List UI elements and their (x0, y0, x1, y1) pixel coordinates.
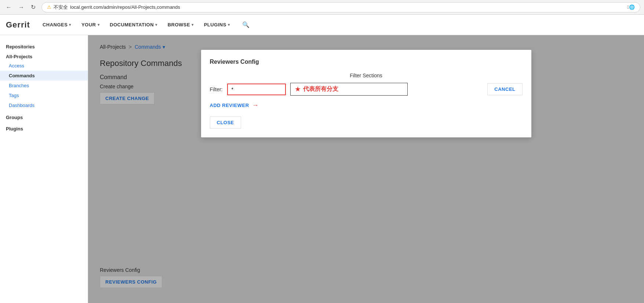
chevron-down-icon: ▾ (228, 23, 230, 27)
filter-label: Filter: (210, 86, 223, 92)
browser-navigation: ← → ↻ (4, 3, 38, 11)
chevron-down-icon: ▾ (69, 23, 71, 27)
star-icon: ★ (295, 86, 300, 93)
add-reviewer-link[interactable]: ADD REVIEWER (210, 103, 249, 108)
sidebar-item-commands[interactable]: Commands (0, 71, 88, 81)
filter-annotation: ★ 代表所有分支 (290, 83, 408, 96)
sidebar-groups[interactable]: Groups (0, 110, 88, 122)
add-reviewer-row: ADD REVIEWER → (210, 101, 523, 109)
sidebar: Repositories All-Projects Access Command… (0, 35, 88, 303)
forward-button[interactable]: → (16, 3, 26, 11)
arrow-icon: → (252, 101, 259, 109)
annotation-text: 代表所有分支 (303, 85, 338, 93)
sidebar-all-projects[interactable]: All-Projects (0, 51, 88, 61)
chevron-down-icon: ▾ (192, 23, 194, 27)
sidebar-item-dashboards[interactable]: Dashboards (0, 100, 88, 110)
gerrit-logo: Gerrit (6, 20, 30, 30)
main-content: Repositories All-Projects Access Command… (0, 35, 644, 303)
filter-input[interactable] (227, 84, 286, 95)
nav-documentation[interactable]: DOCUMENTATION ▾ (105, 15, 163, 35)
search-icon[interactable]: 🔍 (242, 21, 250, 28)
nav-changes[interactable]: CHANGES ▾ (37, 15, 76, 35)
nav-browse[interactable]: BROWSE ▾ (163, 15, 199, 35)
warning-text: 不安全 (54, 4, 68, 11)
nav-your[interactable]: YOUR ▾ (76, 15, 105, 35)
reviewers-config-dialog: Reviewers Config Filter Sections Filter:… (201, 50, 531, 137)
app: Gerrit CHANGES ▾ YOUR ▾ DOCUMENTATION ▾ … (0, 15, 644, 303)
browser-bar: ← → ↻ ⚠ 不安全 local.gerrit.com/admin/repos… (0, 0, 644, 15)
url-text: local.gerrit.com/admin/repos/All-Project… (70, 4, 180, 10)
cancel-button[interactable]: CANCEL (487, 83, 522, 95)
translate-icon[interactable]: 🌐 (627, 4, 635, 10)
security-warning-icon: ⚠ (47, 4, 51, 10)
sidebar-item-branches[interactable]: Branches (0, 81, 88, 90)
sidebar-item-tags[interactable]: Tags (0, 90, 88, 100)
reload-button[interactable]: ↻ (29, 3, 38, 11)
nav-plugins[interactable]: PLUGINS ▾ (199, 15, 235, 35)
sidebar-plugins[interactable]: Plugins (0, 122, 88, 133)
chevron-down-icon: ▾ (155, 23, 157, 27)
top-nav: Gerrit CHANGES ▾ YOUR ▾ DOCUMENTATION ▾ … (0, 15, 644, 35)
back-button[interactable]: ← (4, 3, 14, 11)
url-bar[interactable]: ⚠ 不安全 local.gerrit.com/admin/repos/All-P… (41, 2, 640, 12)
filter-sections-label: Filter Sections (210, 73, 523, 78)
dialog-title: Reviewers Config (210, 59, 523, 65)
sidebar-item-access[interactable]: Access (0, 61, 88, 71)
dialog-overlay: Reviewers Config Filter Sections Filter:… (88, 35, 644, 303)
close-button[interactable]: CLOSE (210, 117, 241, 129)
filter-row: Filter: ★ 代表所有分支 CANCEL (210, 83, 523, 96)
sidebar-repositories[interactable]: Repositories (0, 41, 88, 51)
chevron-down-icon: ▾ (98, 23, 100, 27)
page-area: All-Projects > Commands ▾ Repository Com… (88, 35, 644, 303)
